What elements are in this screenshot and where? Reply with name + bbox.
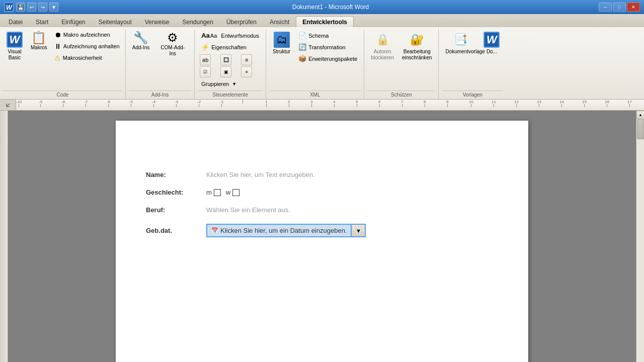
document-page: Name: Klicken Sie hier, um Text einzugeb… <box>116 121 528 362</box>
tab-ansicht[interactable]: Ansicht <box>263 16 296 27</box>
scroll-up-button[interactable]: ▲ <box>636 111 644 119</box>
com-add-ins-label: COM-Add-Ins <box>157 45 188 57</box>
svg-line-0 <box>7 104 10 107</box>
qa-more-button[interactable]: ▼ <box>49 3 58 12</box>
erweiterungspakete-label: Erweiterungspakete <box>308 56 357 62</box>
chevron-down-icon: ▼ <box>356 228 361 234</box>
visual-basic-icon: W <box>7 32 23 48</box>
date-picker-field[interactable]: 📅 Klicken Sie hier, um ein Datum einzuge… <box>206 224 352 237</box>
close-button[interactable]: ✕ <box>627 3 640 12</box>
form-container: Name: Klicken Sie hier, um Text einzugeb… <box>146 171 498 237</box>
redo-qa-button[interactable]: ↪ <box>38 3 47 12</box>
struktur-button[interactable]: 🗂 Struktur <box>269 29 294 57</box>
vorlagen-group-label: Vorlagen <box>442 90 503 99</box>
steuer-btn-5[interactable]: ▣ <box>220 66 231 77</box>
ruler-area: -10-9-8-7-6-5-4-3-2-11234567891011121314… <box>0 100 644 111</box>
word-vorlage-button[interactable]: W Do... <box>480 29 503 57</box>
erweiterungspakete-button[interactable]: 📦 Erweiterungspakete <box>296 53 360 64</box>
makros-button[interactable]: 📋 Makros <box>27 29 51 53</box>
eigenschaften-button[interactable]: ⚡ Eigenschaften <box>199 42 262 52</box>
warning-icon: ⚠ <box>54 54 61 62</box>
makro-sicherheit-button[interactable]: ⚠ Makrosicherheit <box>52 52 122 63</box>
visual-basic-label: VisualBasic <box>8 49 21 61</box>
save-qa-button[interactable]: 💾 <box>16 3 25 12</box>
makros-label: Makros <box>31 45 47 51</box>
aufzeichnung-anhalten-button[interactable]: ⏸ Aufzeichnung anhalten <box>52 41 122 52</box>
tab-ueberpruefen[interactable]: Überprüfen <box>220 16 263 27</box>
beruf-label: Beruf: <box>146 206 206 214</box>
schema-icon: 📄 <box>298 32 306 39</box>
date-picker-wrapper: 📅 Klicken Sie hier, um ein Datum einzuge… <box>206 224 366 237</box>
ribbon-group-addins: 🔧 Add-Ins ⚙ COM-Add-Ins Add-Ins <box>126 29 195 99</box>
tab-sendungen[interactable]: Sendungen <box>176 16 219 27</box>
com-add-ins-button[interactable]: ⚙ COM-Add-Ins <box>154 29 191 59</box>
form-row-name: Name: Klicken Sie hier, um Text einzugeb… <box>146 171 498 178</box>
minimize-button[interactable]: ─ <box>599 3 612 12</box>
tab-einfuegen[interactable]: Einfügen <box>55 16 92 27</box>
steuer-btn-4[interactable]: ☑ <box>200 66 211 77</box>
window-controls: ─ □ ✕ <box>599 3 640 12</box>
name-label: Name: <box>146 171 206 178</box>
macro-options: ⏺ Makro aufzeichnen ⏸ Aufzeichnung anhal… <box>52 29 122 63</box>
add-ins-label: Add-Ins <box>132 45 149 51</box>
document-area[interactable]: Name: Klicken Sie hier, um Text einzugeb… <box>8 111 636 362</box>
ruler-corner[interactable] <box>0 100 16 111</box>
add-ins-icon: 🔧 <box>133 32 148 44</box>
dokument-vorlage-label: Dokumentvorlage <box>445 49 475 55</box>
word-icon-ribbon: W <box>484 32 500 48</box>
ribbon-group-code: W VisualBasic 📋 Makros ⏺ Makro aufzeichn… <box>0 29 126 99</box>
ribbon-group-schuetzen: 🔒 Autorenblockieren 🔐 Bearbeitungeinschr… <box>364 29 439 99</box>
steuer-btn-1[interactable]: ab <box>200 54 211 65</box>
m-label: m <box>206 189 212 196</box>
ribbon-group-xml: 🗂 Struktur 📄 Schema 🔄 Transformation 📦 E… <box>266 29 364 99</box>
transformation-button[interactable]: 🔄 Transformation <box>296 42 360 52</box>
tab-datei[interactable]: Datei <box>2 16 29 27</box>
add-ins-group-label: Add-Ins <box>129 90 191 99</box>
com-add-ins-icon: ⚙ <box>167 32 178 44</box>
beruf-dropdown[interactable]: Wählen Sie ein Element aus. <box>206 206 290 214</box>
steuerelemente-group-label: Steuerelemente <box>198 90 263 99</box>
tab-entwicklertools[interactable]: Entwicklertools <box>296 16 354 27</box>
undo-qa-button[interactable]: ↩ <box>27 3 36 12</box>
ribbon-group-vorlagen: 📑 Dokumentvorlage W Do... Vorlagen <box>439 29 506 99</box>
word-icon: W <box>4 2 14 12</box>
geschlecht-label: Geschlecht: <box>146 189 206 196</box>
name-input-placeholder[interactable]: Klicken Sie hier, um Text einzugeben. <box>206 171 315 178</box>
autoren-blockieren-button[interactable]: 🔒 Autorenblockieren <box>367 29 397 63</box>
vertical-scrollbar[interactable]: ▲ ▼ <box>636 111 644 362</box>
tab-verweise[interactable]: Verweise <box>138 16 176 27</box>
font-size-icons: Aa Aa <box>201 32 217 39</box>
maximize-button[interactable]: □ <box>613 3 626 12</box>
steuer-btn-2[interactable]: 🔲 <box>220 54 231 65</box>
w-checkbox[interactable] <box>232 189 239 196</box>
tab-seitenlayout[interactable]: Seitenlayout <box>92 16 138 27</box>
tab-start[interactable]: Start <box>29 16 55 27</box>
geschlecht-options: m w <box>206 189 239 196</box>
visual-basic-button[interactable]: W VisualBasic <box>3 29 26 63</box>
makro-sicherheit-label: Makrosicherheit <box>63 55 102 61</box>
scroll-track[interactable] <box>636 119 644 362</box>
w-label: w <box>226 189 230 196</box>
code-group-label: Code <box>3 90 122 99</box>
main-area: Name: Klicken Sie hier, um Text einzugeb… <box>0 111 644 362</box>
tab-bar: Datei Start Einfügen Seitenlayout Verwei… <box>0 14 644 27</box>
aufzeichnung-anhalten-label: Aufzeichnung anhalten <box>63 43 120 49</box>
schema-button[interactable]: 📄 Schema <box>296 30 360 41</box>
erweiterung-icon: 📦 <box>298 55 306 62</box>
date-picker-dropdown-button[interactable]: ▼ <box>352 224 366 237</box>
calendar-small-icon: 📅 <box>211 227 218 234</box>
entwurfsmodus-button[interactable]: Aa Aa Entwurfsmodus <box>199 30 262 41</box>
makro-aufzeichnen-button[interactable]: ⏺ Makro aufzeichnen <box>52 29 122 40</box>
eigenschaften-label: Eigenschaften <box>211 44 247 50</box>
scroll-thumb[interactable] <box>637 119 644 139</box>
gruppieren-button[interactable]: Gruppieren ▼ <box>199 79 262 88</box>
entwurfsmodus-label: Entwurfsmodus <box>221 33 259 39</box>
steuer-btn-3[interactable]: ≡ <box>241 54 252 65</box>
steuer-btn-6[interactable]: ≡ <box>241 66 252 77</box>
m-checkbox[interactable] <box>214 189 221 196</box>
bearbeitung-einschraenken-button[interactable]: 🔐 Bearbeitungeinschränken <box>398 29 435 63</box>
dokument-vorlage-button[interactable]: 📑 Dokumentvorlage <box>442 29 479 57</box>
add-ins-button[interactable]: 🔧 Add-Ins <box>129 29 153 53</box>
schuetzen-group-label: Schützen <box>367 90 435 99</box>
word-vorlage-label: Do... <box>487 49 497 55</box>
